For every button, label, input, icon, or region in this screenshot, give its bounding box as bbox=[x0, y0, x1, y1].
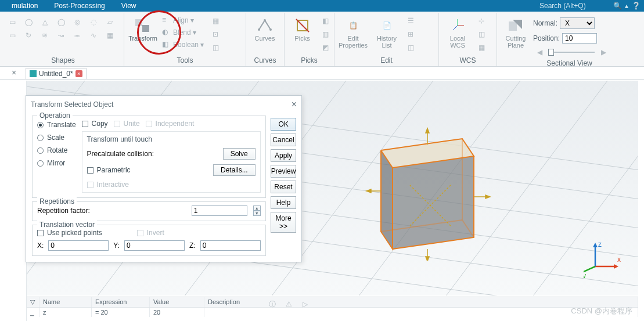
shape-compound-icon[interactable]: ▦ bbox=[103, 30, 116, 41]
svg-point-2 bbox=[258, 28, 260, 31]
z-input[interactable] bbox=[200, 240, 261, 251]
svg-marker-42 bbox=[593, 243, 598, 247]
help-icon[interactable]: ❔ bbox=[631, 1, 641, 10]
check-parametric[interactable]: Parametric bbox=[87, 166, 131, 174]
position-input[interactable] bbox=[562, 33, 597, 44]
dropdown-icon[interactable]: ▴ bbox=[622, 1, 631, 10]
filter-icon[interactable]: ▽ bbox=[27, 297, 39, 307]
shape-extrude-icon[interactable]: ▱ bbox=[103, 16, 116, 28]
cutting-plane-button[interactable]: Cutting Plane bbox=[499, 15, 532, 51]
wcs1-icon[interactable]: ⊹ bbox=[475, 15, 488, 27]
details-button[interactable]: Details... bbox=[213, 164, 256, 176]
shape-chain-icon[interactable]: ⫘ bbox=[71, 30, 84, 41]
row-handle-icon[interactable]: ⎯ bbox=[27, 308, 39, 317]
menu-post-processing[interactable]: Post-Processing bbox=[46, 2, 113, 10]
shape-extrude2-icon[interactable]: ▭ bbox=[6, 30, 19, 41]
shape-sweep-icon[interactable]: ↝ bbox=[55, 30, 67, 41]
shape-revolve-icon[interactable]: ↻ bbox=[22, 30, 35, 41]
tool2-icon[interactable]: ⊡ bbox=[209, 28, 222, 40]
curves-button[interactable]: Curves bbox=[249, 15, 281, 44]
search-input[interactable] bbox=[539, 2, 609, 10]
check-interactive: Interactive bbox=[87, 181, 256, 189]
shape-loft-icon[interactable]: ≋ bbox=[38, 30, 51, 41]
x-input[interactable] bbox=[48, 240, 109, 251]
tab-label: Untitled_0* bbox=[39, 70, 73, 78]
check-copy[interactable]: Copy bbox=[82, 120, 108, 128]
picks-button[interactable]: Picks bbox=[287, 15, 318, 44]
preview-button[interactable]: Preview bbox=[271, 165, 297, 178]
shape-cube-icon[interactable]: ▭ bbox=[6, 16, 19, 28]
history-list-button[interactable]: 📄History List bbox=[370, 15, 403, 51]
cancel-button[interactable]: Cancel bbox=[271, 134, 297, 146]
blend-icon: ◐ bbox=[162, 28, 171, 37]
rep-factor-label: Repetition factor: bbox=[37, 207, 90, 215]
shape-ring-icon[interactable]: ◌ bbox=[87, 16, 100, 28]
ribbon-group-sectional: Cutting Plane Normal:X Position: ◀▶ Sect… bbox=[497, 13, 642, 66]
align-button[interactable]: ≡Align ▾ bbox=[160, 15, 206, 26]
radio-translate[interactable]: Translate bbox=[37, 121, 76, 129]
x-label: X: bbox=[37, 241, 44, 250]
slider-right-icon[interactable]: ▶ bbox=[597, 46, 610, 58]
shape-cone-icon[interactable]: △ bbox=[38, 16, 51, 28]
y-label: Y: bbox=[113, 241, 120, 250]
radio-rotate[interactable]: Rotate bbox=[37, 146, 76, 154]
dialog-close-icon[interactable]: × bbox=[292, 99, 297, 110]
menu-simulation[interactable]: mulation bbox=[3, 2, 46, 10]
ribbon-group-picks: Picks ◧▥◩ Picks bbox=[285, 13, 334, 66]
selected-cube[interactable] bbox=[358, 127, 491, 261]
tool3-icon[interactable]: ◫ bbox=[209, 42, 222, 53]
rep-factor-input[interactable] bbox=[192, 205, 247, 216]
status-icons: ⓘ ⚠ ▷ bbox=[265, 297, 312, 311]
parameter-table: ▽ Name Expression Value Description ⎯ z … bbox=[27, 297, 638, 321]
y-input[interactable] bbox=[124, 240, 185, 251]
edit1-icon[interactable]: ☰ bbox=[404, 15, 417, 27]
picks-label: Picks bbox=[294, 35, 310, 42]
edit-properties-button[interactable]: 📋Edit Properties bbox=[337, 15, 369, 51]
warning-icon[interactable]: ⚠ bbox=[282, 298, 295, 310]
radio-mirror[interactable]: Mirror bbox=[37, 159, 76, 167]
shape-sphere-icon[interactable]: ◯ bbox=[22, 16, 35, 28]
wcs2-icon[interactable]: ◫ bbox=[475, 28, 488, 40]
wcs3-icon[interactable]: ▦ bbox=[475, 42, 488, 53]
info-icon[interactable]: ⓘ bbox=[266, 298, 279, 310]
pick1-icon[interactable]: ◧ bbox=[319, 15, 332, 27]
blend-button[interactable]: ◐Blend ▾ bbox=[160, 27, 206, 38]
more-button[interactable]: More >> bbox=[271, 212, 297, 233]
edit-properties-label: Edit Properties bbox=[339, 35, 368, 49]
transform-button[interactable]: Transform bbox=[127, 15, 159, 44]
pick3-icon[interactable]: ◩ bbox=[319, 42, 332, 53]
tab-untitled[interactable]: Untitled_0* × bbox=[26, 68, 87, 79]
edit2-icon[interactable]: ⊞ bbox=[404, 28, 417, 40]
shape-torus-icon[interactable]: ◎ bbox=[71, 16, 84, 28]
local-wcs-button[interactable]: Local WCS bbox=[441, 15, 474, 51]
shape-curve-icon[interactable]: ∿ bbox=[87, 30, 100, 41]
solve-button[interactable]: Solve bbox=[223, 148, 256, 160]
panel-close-icon[interactable]: × bbox=[12, 68, 16, 77]
search-icon[interactable]: 🔍 bbox=[613, 1, 622, 10]
apply-button[interactable]: Apply bbox=[271, 149, 297, 162]
cutting-plane-label: Cutting Plane bbox=[506, 35, 526, 49]
position-slider[interactable]: ◀▶ bbox=[533, 46, 610, 58]
play-icon[interactable]: ▷ bbox=[298, 298, 311, 310]
svg-marker-33 bbox=[426, 257, 429, 261]
menu-view[interactable]: View bbox=[113, 2, 145, 10]
tab-close-icon[interactable]: × bbox=[75, 70, 82, 77]
shape-cylinder-icon[interactable]: ◯ bbox=[55, 16, 67, 28]
repetitions-legend: Repetitions bbox=[37, 197, 77, 205]
normal-select[interactable]: X bbox=[560, 17, 595, 29]
radio-scale[interactable]: Scale bbox=[37, 134, 76, 142]
reset-button[interactable]: Reset bbox=[271, 181, 297, 193]
help-button[interactable]: Help bbox=[271, 196, 297, 209]
svg-marker-29 bbox=[426, 128, 429, 133]
edit3-icon[interactable]: ◫ bbox=[404, 42, 417, 53]
boolean-button[interactable]: ◧Boolean ▾ bbox=[160, 39, 206, 50]
check-use-picked-points[interactable]: Use picked points bbox=[37, 229, 102, 237]
rep-spinner[interactable]: ▲▼ bbox=[253, 205, 261, 216]
tool1-icon[interactable]: ▦ bbox=[209, 15, 222, 27]
ok-button[interactable]: OK bbox=[271, 118, 297, 131]
table-row[interactable]: ⎯ z = 20 20 bbox=[27, 308, 638, 317]
slider-left-icon[interactable]: ◀ bbox=[533, 46, 546, 58]
svg-text:y: y bbox=[584, 272, 586, 278]
svg-text:z: z bbox=[598, 240, 602, 248]
pick2-icon[interactable]: ▥ bbox=[319, 28, 332, 40]
